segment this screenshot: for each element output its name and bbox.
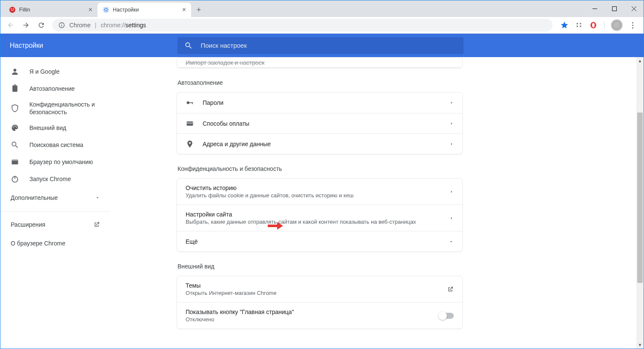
row-addresses[interactable]: Адреса и другие данные [177,133,462,154]
url-path: settings [126,22,146,29]
browser-tab-active[interactable]: Настройки × [97,3,191,17]
sidebar-item-you-and-google[interactable]: Я и Google [0,63,110,80]
sidebar-item-appearance[interactable]: Внешний вид [0,119,110,136]
close-icon[interactable]: × [89,6,92,13]
maximize-button[interactable] [604,2,624,16]
settings-body: Я и Google Автозаполнение Конфиденциальн… [0,57,644,349]
close-icon[interactable]: × [182,6,186,13]
sidebar-extensions-label: Расширения [11,221,45,228]
svg-point-22 [187,101,190,104]
scroll-up-icon[interactable]: ▲ [636,57,644,64]
chevron-right-icon [449,190,454,194]
row-label: Показывать кнопку "Главная страница" [186,309,431,315]
row-clear-data[interactable]: Очистить историю Удалить файлы cookie и … [177,179,462,205]
toolbar-icons: | [557,20,640,31]
scrollbar-thumb[interactable] [637,112,643,283]
external-link-icon [447,286,454,293]
svg-rect-5 [612,7,616,11]
sidebar-item-search-engine[interactable]: Поисковая система [0,136,110,153]
shield-icon [11,104,19,112]
url-prefix: chrome:// [100,22,125,29]
card-privacy: Очистить историю Удалить файлы cookie и … [177,178,463,252]
settings-sidebar: Я и Google Автозаполнение Конфиденциальн… [0,57,110,349]
row-import-bookmarks[interactable]: Импорт закладок и настроек [177,58,462,68]
new-tab-button[interactable]: + [193,4,205,16]
svg-rect-24 [192,102,193,104]
row-label: Пароли [203,99,441,106]
svg-rect-19 [12,159,18,161]
row-label: Ещё [186,238,440,245]
settings-search[interactable]: Поиск настроек [177,37,464,54]
section-title-privacy: Конфиденциальность и безопасность [177,165,463,172]
favicon-settings [103,6,109,13]
site-info-icon [58,22,65,29]
sidebar-advanced[interactable]: Дополнительные [0,187,110,208]
row-label: Импорт закладок и настроек [186,59,264,66]
profile-avatar[interactable] [611,20,622,31]
sidebar-item-label: Поисковая система [29,141,83,149]
clipboard-icon [11,84,19,93]
tab-strip: Fillin × Настройки × + [0,0,644,17]
sidebar-item-label: Внешний вид [29,124,66,132]
annotation-arrow-icon [268,221,283,231]
sidebar-about[interactable]: О браузере Chrome [0,234,110,253]
chevron-down-icon [449,239,454,244]
row-site-settings[interactable]: Настройки сайта Выбрать, какие данные от… [177,205,462,231]
extension-opera-icon[interactable] [589,21,598,29]
back-button[interactable] [4,18,17,32]
row-label: Способы оплаты [203,120,441,127]
svg-point-2 [13,9,14,9]
svg-point-16 [15,126,16,127]
row-label: Темы [186,282,438,289]
browser-icon [11,158,19,166]
row-home-button[interactable]: Показывать кнопку "Главная страница" Отк… [177,302,462,329]
row-label: Очистить историю [186,185,441,191]
sidebar-item-label: Автозаполнение [29,85,75,92]
toggle-home-button[interactable] [439,313,454,319]
omnibox[interactable]: Chrome | chrome://settings [52,19,552,32]
sidebar-item-privacy[interactable]: Конфиденциальность и безопасность [0,97,110,119]
credit-card-icon [186,119,194,128]
favicon-fillin [9,6,16,13]
sidebar-item-label: Запуск Chrome [29,175,71,183]
sidebar-advanced-label: Дополнительные [11,194,58,201]
sidebar-item-on-startup[interactable]: Запуск Chrome [0,170,110,187]
tab-title: Настройки [113,7,139,13]
minimize-button[interactable] [585,2,604,16]
card-autofill: Пароли Способы оплаты Адреса и другие да… [177,92,463,154]
row-sublabel: Выбрать, какие данные отправлять сайтам … [186,219,441,225]
row-more[interactable]: Ещё [177,231,462,251]
section-title-autofill: Автозаполнение [177,79,463,86]
chevron-right-icon [449,101,454,105]
forward-button[interactable] [19,18,33,32]
svg-point-15 [14,126,14,127]
row-payment[interactable]: Способы оплаты [177,113,462,133]
svg-point-3 [105,9,107,11]
svg-point-1 [11,9,11,9]
vertical-scrollbar[interactable]: ▲ ▼ [636,57,644,349]
chevron-right-icon [449,142,454,146]
svg-point-9 [61,24,62,25]
reload-button[interactable] [34,18,48,32]
sidebar-item-default-browser[interactable]: Браузер по умолчанию [0,153,110,170]
settings-title: Настройки [10,42,43,49]
close-window-button[interactable] [624,2,644,16]
row-passwords[interactable]: Пароли [177,92,462,113]
row-label: Адреса и другие данные [203,141,441,147]
row-sublabel: Отключено [186,316,431,323]
sidebar-item-autofill[interactable]: Автозаполнение [0,80,110,97]
sidebar-extensions[interactable]: Расширения [0,215,110,234]
row-themes[interactable]: Темы Открыть Интернет-магазин Chrome [177,276,462,302]
url-scheme: Chrome [69,22,91,29]
browser-tab[interactable]: Fillin × [4,3,97,17]
bookmark-star-icon[interactable] [560,21,569,29]
settings-content: Импорт закладок и настроек Автозаполнени… [110,57,644,349]
window-controls [585,0,644,17]
settings-header: Настройки Поиск настроек [0,34,644,57]
external-link-icon [93,221,100,228]
palette-icon [11,124,19,132]
extension-recycle-icon[interactable] [575,21,583,29]
svg-point-12 [592,23,595,28]
chrome-menu-button[interactable] [628,22,637,29]
scroll-down-icon[interactable]: ▼ [636,341,644,349]
